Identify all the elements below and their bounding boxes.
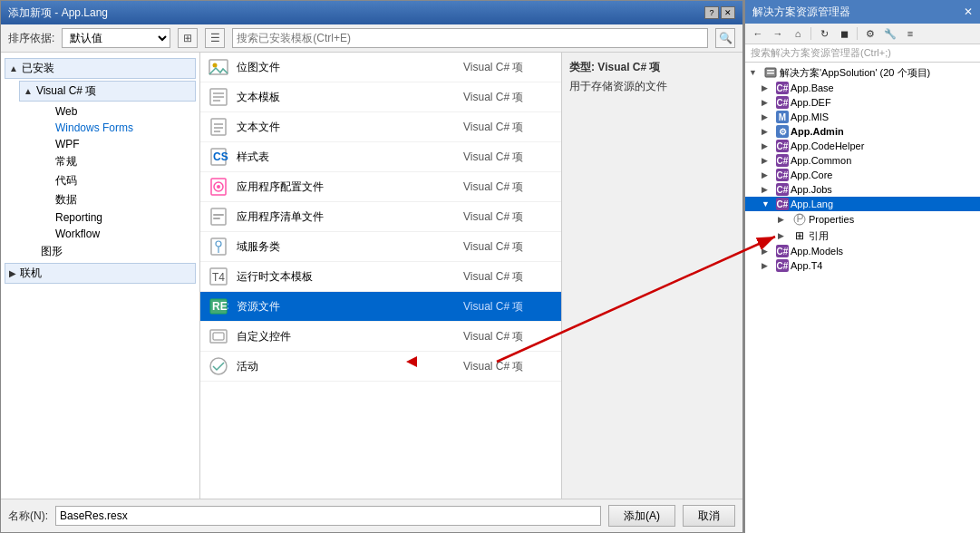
appcore-label: App.Core — [791, 170, 832, 180]
item-cat-texttemplate: Visual C# 项 — [463, 90, 554, 105]
tree-item-appcodehelper[interactable]: ▶ C# App.CodeHelper — [745, 139, 980, 153]
item-row-domainservice[interactable]: 域服务类 Visual C# 项 — [200, 232, 561, 262]
help-button[interactable]: ? — [704, 6, 719, 19]
category-code[interactable]: 代码 — [30, 171, 199, 190]
item-row-resource[interactable]: RESX 资源文件 Visual C# 项 — [200, 292, 561, 322]
sort-label: 排序依据: — [8, 31, 54, 46]
appjobs-label: App.Jobs — [791, 184, 832, 195]
tree-item-appmis[interactable]: ▶ M App.MIS — [745, 110, 980, 124]
customcontrol-icon — [208, 325, 229, 347]
details-panel: 类型: Visual C# 项 用于存储资源的文件 — [561, 53, 742, 499]
grid-view-button[interactable]: ⊞ — [178, 28, 198, 48]
dialog-toolbar: 排序依据: 默认值 ⊞ ☰ 🔍 — [1, 24, 742, 53]
refs-label: 引用 — [809, 229, 829, 243]
svg-text:RESX: RESX — [212, 300, 228, 313]
item-name-domainservice: 域服务类 — [237, 239, 456, 255]
item-row-stylesheet[interactable]: CSS 样式表 Visual C# 项 — [200, 142, 561, 172]
close-button[interactable]: ✕ — [721, 6, 735, 19]
category-reporting[interactable]: Reporting — [30, 209, 199, 226]
filename-input[interactable] — [55, 506, 601, 526]
tree-item-refs[interactable]: ▶ ⊞ 引用 — [745, 228, 980, 244]
item-row-activity[interactable]: 活动 Visual C# 项 — [200, 352, 561, 382]
online-label: 联机 — [20, 266, 42, 281]
appadmin-icon: ⚙ — [776, 125, 789, 138]
settings-button[interactable]: ⚙ — [861, 25, 879, 42]
stop-button[interactable]: ◼ — [835, 25, 853, 42]
svg-point-1 — [213, 63, 218, 68]
search-input[interactable] — [232, 28, 708, 48]
refresh-button[interactable]: ↻ — [815, 25, 833, 42]
category-web[interactable]: Web — [30, 103, 199, 120]
appmodels-label: App.Models — [791, 246, 843, 257]
visual-csharp-section[interactable]: ▲ Visual C# 项 — [19, 81, 196, 102]
category-general[interactable]: 常规 — [30, 152, 199, 171]
item-name-runtimetemplate: 运行时文本模板 — [237, 269, 456, 285]
tools-button[interactable]: 🔧 — [881, 25, 899, 42]
tree-item-appt4[interactable]: ▶ C# App.T4 — [745, 258, 980, 273]
cancel-button[interactable]: 取消 — [683, 505, 735, 527]
item-row-runtimetemplate[interactable]: T4 运行时文本模板 Visual C# 项 — [200, 262, 561, 292]
root-arrow: ▼ — [749, 68, 762, 77]
runtimetemplate-icon: T4 — [208, 266, 229, 287]
type-label: 类型: Visual C# 项 — [569, 60, 735, 75]
back-button[interactable]: ← — [749, 25, 767, 42]
item-row-appconfig[interactable]: 应用程序配置文件 Visual C# 项 — [200, 172, 561, 202]
appcodehelper-label: App.CodeHelper — [791, 141, 864, 151]
tree-item-appbase[interactable]: ▶ C# App.Base — [745, 81, 980, 95]
item-cat-textfile: Visual C# 项 — [463, 120, 554, 135]
refs-icon: ⊞ — [792, 228, 807, 243]
sort-select[interactable]: 默认值 — [62, 28, 170, 48]
svg-text:CSS: CSS — [213, 150, 228, 163]
item-cat-domainservice: Visual C# 项 — [463, 239, 554, 255]
category-graphics[interactable]: 图形 — [15, 242, 199, 261]
appdef-label: App.DEF — [791, 97, 831, 108]
item-cat-customcontrol: Visual C# 项 — [463, 329, 554, 344]
item-cat-activity: Visual C# 项 — [463, 359, 554, 374]
item-cat-resource: Visual C# 项 — [463, 299, 554, 315]
item-name-appconfig: 应用程序配置文件 — [237, 179, 456, 195]
sol-close-btn[interactable]: ✕ — [964, 5, 973, 18]
item-row-manifest[interactable]: 应用程序清单文件 Visual C# 项 — [200, 202, 561, 232]
category-wpf[interactable]: WPF — [30, 136, 199, 152]
applang-icon: C# — [776, 198, 789, 210]
item-row-textfile[interactable]: 文本文件 Visual C# 项 — [200, 112, 561, 142]
appconfig-icon — [208, 176, 229, 198]
item-name-manifest: 应用程序清单文件 — [237, 209, 456, 225]
category-windows-forms[interactable]: Windows Forms — [30, 120, 199, 136]
item-row-bitmap[interactable]: 位图文件 Visual C# 项 — [200, 53, 561, 82]
more-button[interactable]: ≡ — [901, 25, 919, 42]
tree-item-appcommon[interactable]: ▶ C# App.Common — [745, 153, 980, 168]
category-data[interactable]: 数据 — [30, 190, 199, 209]
tree-item-properties[interactable]: ▶ P Properties — [745, 211, 980, 228]
solution-search: 搜索解决方案资源管理器(Ctrl+;) — [745, 44, 980, 63]
tree-item-appadmin[interactable]: ▶ ⚙ App.Admin — [745, 124, 980, 139]
dialog-titlebar: 添加新项 - App.Lang ? ✕ — [1, 1, 742, 24]
add-button[interactable]: 添加(A) — [608, 505, 675, 527]
texttemplate-icon — [208, 86, 229, 108]
search-button[interactable]: 🔍 — [715, 28, 735, 48]
type-value: Visual C# 项 — [597, 61, 660, 73]
appcore-icon: C# — [776, 169, 789, 181]
solution-toolbar: ← → ⌂ ↻ ◼ ⚙ 🔧 ≡ — [745, 24, 980, 44]
installed-section[interactable]: ▲ 已安装 — [5, 58, 196, 79]
tree-item-appmodels[interactable]: ▶ C# App.Models — [745, 244, 980, 258]
appt4-icon: C# — [776, 259, 789, 272]
forward-button[interactable]: → — [769, 25, 787, 42]
category-workflow[interactable]: Workflow — [30, 226, 199, 242]
tree-item-applang[interactable]: ▼ C# App.Lang — [745, 197, 980, 211]
applang-label: App.Lang — [791, 199, 833, 209]
tree-item-appjobs[interactable]: ▶ C# App.Jobs — [745, 182, 980, 197]
item-row-texttemplate[interactable]: 文本模板 Visual C# 项 — [200, 82, 561, 112]
properties-label: Properties — [809, 214, 854, 225]
tree-item-appdef[interactable]: ▶ C# App.DEF — [745, 95, 980, 110]
titlebar-controls: ? ✕ — [704, 6, 735, 19]
item-row-customcontrol[interactable]: 自定义控件 Visual C# 项 — [200, 322, 561, 352]
online-section[interactable]: ▶ 联机 — [5, 263, 196, 284]
home-button[interactable]: ⌂ — [789, 25, 807, 42]
svg-rect-30 — [767, 73, 774, 74]
appcommon-label: App.Common — [791, 155, 851, 166]
tree-item-appcore[interactable]: ▶ C# App.Core — [745, 168, 980, 182]
list-view-button[interactable]: ☰ — [205, 28, 225, 48]
tree-root[interactable]: ▼ 解决方案'AppSolution' (20 个项目) — [745, 64, 980, 81]
solution-icon — [763, 65, 778, 80]
